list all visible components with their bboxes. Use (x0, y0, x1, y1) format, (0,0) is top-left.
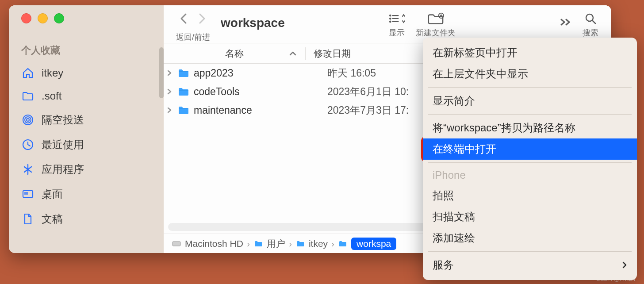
nav-group: 返回/前进 (176, 10, 210, 42)
svg-point-8 (390, 18, 391, 19)
toolbar-overflow-button[interactable] (559, 10, 571, 27)
column-name[interactable]: 名称 (164, 47, 305, 60)
sort-indicator-icon (289, 51, 296, 56)
sidebar: 个人收藏 itkey.soft隔空投送最近使用应用程序桌面文稿 (9, 5, 164, 253)
sidebar-item-label: 最近使用 (42, 138, 84, 152)
document-icon (21, 213, 34, 225)
svg-point-0 (27, 119, 29, 121)
title-area: workspace (221, 10, 285, 30)
sidebar-item-home[interactable]: itkey (9, 61, 164, 84)
menu-item[interactable]: 显示简介 (423, 90, 637, 111)
context-menu: 在新标签页中打开在上层文件夹中显示显示简介将“workspace”拷贝为路径名称… (423, 38, 637, 280)
sidebar-items: itkey.soft隔空投送最近使用应用程序桌面文稿 (9, 61, 164, 231)
sidebar-item-label: 隔空投送 (42, 113, 84, 127)
chevron-right-icon (622, 261, 627, 269)
menu-item-label: 拍照 (433, 188, 454, 203)
disclosure-icon[interactable] (167, 107, 175, 113)
new-folder-icon (427, 12, 444, 25)
folder-icon (21, 90, 34, 102)
sidebar-item-label: 桌面 (42, 187, 63, 201)
back-button[interactable] (180, 12, 188, 21)
sidebar-item-airdrop[interactable]: 隔空投送 (9, 107, 164, 132)
sidebar-item-apps[interactable]: 应用程序 (9, 157, 164, 182)
path-part[interactable]: 用户 (267, 238, 285, 250)
svg-point-10 (390, 21, 391, 23)
menu-separator (428, 87, 632, 88)
menu-item-label: 服务 (433, 258, 454, 272)
chevron-right-icon: › (331, 238, 334, 249)
column-name-label: 名称 (225, 47, 244, 60)
path-current[interactable]: workspa (351, 238, 396, 250)
new-folder-button[interactable]: 新建文件夹 (416, 10, 456, 38)
svg-rect-17 (172, 242, 180, 246)
menu-item[interactable]: 扫描文稿 (423, 206, 637, 227)
clock-icon (21, 138, 34, 151)
list-view-icon (388, 12, 405, 25)
disclosure-icon[interactable] (167, 70, 175, 76)
folder-icon (253, 240, 263, 248)
search-icon (582, 12, 599, 25)
svg-rect-5 (24, 192, 28, 195)
forward-button[interactable] (198, 12, 207, 21)
sidebar-item-label: 应用程序 (42, 162, 84, 177)
menu-item-label: 扫描文稿 (433, 210, 475, 224)
home-icon (21, 67, 34, 79)
new-folder-label: 新建文件夹 (416, 27, 456, 38)
file-name: codeTools (194, 86, 327, 98)
close-window-button[interactable] (21, 13, 31, 23)
sidebar-item-label: itkey (42, 67, 63, 79)
view-label: 显示 (389, 27, 405, 38)
chevron-right-icon: › (289, 238, 292, 249)
sidebar-item-desktop[interactable]: 桌面 (9, 182, 164, 207)
maximize-window-button[interactable] (54, 13, 64, 23)
chevron-right-icon: › (247, 238, 250, 249)
desktop-icon (21, 188, 34, 200)
menu-item[interactable]: 拍照 (423, 185, 637, 206)
menu-item[interactable]: 在终端中打开 (423, 138, 637, 160)
folder-icon (178, 87, 189, 96)
svg-line-16 (592, 20, 595, 23)
path-part[interactable]: itkey (309, 238, 328, 249)
menu-item[interactable]: 添加速绘 (423, 227, 637, 249)
apps-icon (21, 163, 34, 176)
menu-item-label: 在终端中打开 (433, 142, 496, 156)
sidebar-item-document[interactable]: 文稿 (9, 207, 164, 231)
disk-icon (172, 240, 181, 248)
sidebar-section-label: 个人收藏 (9, 41, 164, 61)
folder-icon (295, 240, 305, 248)
menu-separator (428, 162, 632, 163)
folder-icon (338, 240, 348, 248)
search-label: 搜索 (583, 27, 598, 38)
file-name: app2023 (194, 67, 327, 79)
sidebar-item-label: .soft (42, 90, 61, 102)
menu-item-label: iPhone (433, 169, 466, 181)
sidebar-scrollbar[interactable] (159, 47, 164, 98)
menu-separator (428, 251, 632, 252)
menu-item: iPhone (423, 165, 637, 185)
menu-item-label: 在新标签页中打开 (433, 46, 518, 60)
minimize-window-button[interactable] (38, 13, 48, 23)
menu-item-label: 添加速绘 (433, 231, 475, 245)
path-part[interactable]: Macintosh HD (185, 238, 243, 249)
svg-point-6 (390, 15, 391, 16)
menu-item[interactable]: 服务 (423, 254, 637, 276)
traffic-lights (9, 13, 164, 23)
svg-point-1 (25, 117, 31, 123)
sidebar-item-folder[interactable]: .soft (9, 84, 164, 107)
view-switcher[interactable]: 显示 (388, 10, 405, 38)
search-button[interactable]: 搜索 (582, 10, 599, 38)
menu-item-label: 在上层文件夹中显示 (433, 67, 528, 81)
nav-label: 返回/前进 (176, 32, 210, 42)
menu-item[interactable]: 在上层文件夹中显示 (423, 63, 637, 84)
menu-item[interactable]: 将“workspace”拷贝为路径名称 (423, 117, 637, 138)
sidebar-item-label: 文稿 (42, 212, 63, 226)
menu-item[interactable]: 在新标签页中打开 (423, 42, 637, 63)
folder-icon (178, 105, 189, 115)
folder-icon (178, 68, 189, 78)
disclosure-icon[interactable] (167, 88, 175, 95)
airdrop-icon (21, 114, 34, 126)
menu-item-label: 显示简介 (433, 94, 475, 108)
file-name: maintenance (194, 104, 327, 116)
sidebar-item-clock[interactable]: 最近使用 (9, 132, 164, 157)
window-title: workspace (221, 16, 285, 30)
